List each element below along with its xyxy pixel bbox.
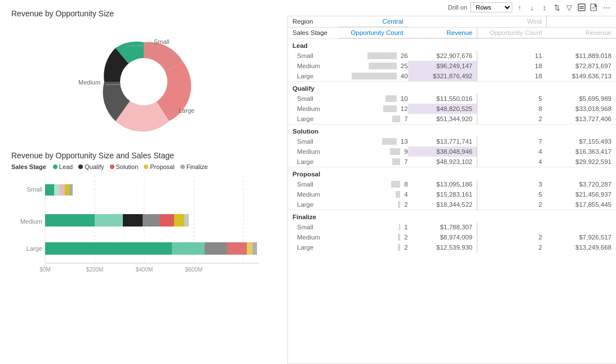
header-region-row: Region Central West [288, 16, 616, 27]
opp-count: 12 [401, 105, 408, 112]
svg-rect-18 [95, 214, 123, 227]
opp-bar [399, 224, 400, 230]
table-row: Medium 25 $96,249,147 18 $72,871,697 [288, 61, 616, 71]
svg-rect-13 [54, 184, 60, 196]
opp-count: 40 [401, 73, 408, 79]
opp-count-cell: 2 [339, 242, 408, 252]
table-wrapper: Region Central West Sales Stage Opportun… [287, 16, 616, 364]
export-icon[interactable] [589, 2, 599, 12]
drill-up-icon[interactable]: ↑ [515, 2, 525, 12]
opp-count-west: 5 [477, 94, 547, 104]
svg-rect-35 [578, 4, 585, 11]
svg-rect-21 [159, 214, 174, 227]
revenue-west: $13,727,406 [547, 114, 616, 125]
left-panel: Revenue by Opportunity Size Small [0, 0, 287, 364]
revenue-cell: $13,095,186 [408, 179, 477, 189]
small-label: Small [154, 38, 170, 45]
expand-icon[interactable]: ↕ [539, 2, 549, 12]
opp-count-cell: 25 [339, 61, 408, 71]
opp-count-west: 7 [477, 136, 547, 147]
opp-count-west: 4 [477, 157, 547, 167]
size-label: Medium [288, 61, 339, 71]
opp-count-cell: 10 [339, 94, 408, 104]
opp-count-cell: 7 [339, 114, 408, 125]
drill-select[interactable]: Rows Columns [471, 2, 512, 12]
bar-chart-svg: Small Medium Large [11, 176, 271, 283]
revenue-west: $21,456,937 [547, 189, 616, 199]
revenue-cell: $321,876,492 [408, 71, 477, 82]
stage-header-row: Solution [288, 125, 616, 137]
col1-header: Opportunity Count [339, 27, 408, 38]
stage-header-cell: Qualify [288, 82, 616, 94]
revenue-cell: $48,820,525 [408, 104, 477, 114]
data-table: Region Central West Sales Stage Opportun… [288, 16, 616, 252]
revenue-cell: $38,048,946 [408, 147, 477, 157]
opp-bar [385, 95, 397, 102]
svg-rect-22 [174, 214, 184, 227]
revenue-cell: $15,283,161 [408, 189, 477, 199]
table-row: Medium 4 $15,283,161 5 $21,456,937 [288, 189, 616, 199]
revenue-cell: $51,344,920 [408, 114, 477, 125]
size-label: Large [288, 157, 339, 167]
table-row: Medium 9 $38,048,946 4 $16,363,417 [288, 147, 616, 157]
medium-label: Medium [78, 79, 100, 86]
opp-count-west: 2 [477, 232, 547, 242]
opp-count: 26 [401, 52, 408, 59]
stage-header-row: Finalize [288, 210, 616, 223]
solution-dot [110, 165, 114, 169]
svg-rect-28 [247, 242, 252, 255]
donut-title: Revenue by Opportunity Size [11, 9, 276, 18]
qualify-dot [78, 165, 83, 169]
revenue-cell: $1,788,307 [408, 222, 477, 232]
table-row: Large 2 $18,344,522 2 $17,855,445 [288, 199, 616, 210]
more-icon[interactable]: ⋯ [601, 2, 611, 12]
opp-count-cell: 2 [339, 232, 408, 242]
table-row: Large 7 $51,344,920 2 $13,727,406 [288, 114, 616, 125]
table-row: Large 2 $12,539,930 2 $13,249,668 [288, 242, 616, 252]
west-label: West [477, 16, 547, 27]
central-rev-spacer [408, 16, 477, 27]
svg-rect-19 [123, 214, 143, 227]
table-row: Small 10 $11,550,016 5 $5,695,989 [288, 94, 616, 104]
revenue-cell: $22,907,676 [408, 51, 477, 61]
size-label: Large [288, 199, 339, 210]
revenue-west: $11,889,018 [547, 51, 616, 61]
bar-chart-section: Revenue by Opportunity Size and Sales St… [11, 151, 276, 285]
revenue-west: $3,720,287 [547, 179, 616, 189]
table-row: Small 26 $22,907,676 11 $11,889,018 [288, 51, 616, 61]
size-label: Medium [288, 189, 339, 199]
table-row: Small 13 $13,771,741 7 $7,155,493 [288, 136, 616, 147]
central-label: Central [339, 16, 408, 27]
drill-down-icon[interactable]: ↓ [527, 2, 537, 12]
highlight-icon[interactable] [577, 2, 587, 12]
opp-bar [392, 158, 400, 165]
svg-text:$400M: $400M [136, 267, 153, 273]
opp-bar [398, 201, 400, 208]
legend-lead-label: Lead [59, 163, 73, 170]
svg-rect-15 [65, 184, 69, 196]
finalize-dot [180, 165, 185, 169]
opp-count: 9 [404, 148, 407, 155]
svg-rect-26 [205, 242, 227, 255]
legend-item-lead: Lead [53, 163, 73, 170]
svg-text:Large: Large [26, 245, 42, 252]
sales-stage-header: Sales Stage [288, 27, 339, 38]
size-label: Medium [288, 104, 339, 114]
bar-chart-title: Revenue by Opportunity Size and Sales St… [11, 151, 276, 160]
svg-point-0 [120, 58, 167, 105]
opp-count-cell: 7 [339, 157, 408, 167]
revenue-west: $16,363,417 [547, 147, 616, 157]
stage-header-row: Lead [288, 38, 616, 51]
svg-rect-23 [184, 214, 189, 227]
drill-toolbar: Drill on Rows Columns ↑ ↓ ↕ ⇅ ▽ ⋯ [448, 2, 611, 12]
svg-rect-20 [143, 214, 159, 227]
legend: Sales Stage Lead Qualify Solution Propos… [11, 163, 276, 170]
filter-icon[interactable]: ▽ [564, 2, 574, 12]
svg-text:Small: Small [26, 186, 42, 193]
revenue-west: $33,018,968 [547, 104, 616, 114]
revenue-cell: $48,923,102 [408, 157, 477, 167]
opp-count-cell: 2 [339, 199, 408, 210]
collapse-icon[interactable]: ⇅ [552, 2, 562, 12]
size-label: Small [288, 94, 339, 104]
revenue-west [547, 222, 616, 232]
